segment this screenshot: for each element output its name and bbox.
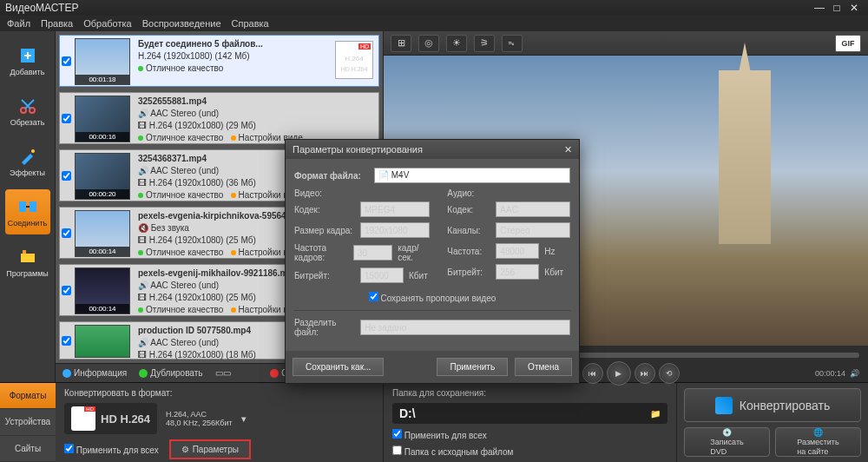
tab-formats[interactable]: Форматы (0, 383, 56, 409)
file-checkbox[interactable] (62, 336, 71, 346)
thumbnail: 00:00:14 (75, 210, 130, 257)
repeat-button[interactable]: ⟲ (659, 363, 680, 384)
file-checkbox[interactable] (62, 286, 71, 295)
conversion-params-dialog: Параметры конвертирования✕ Формат файла:… (285, 139, 580, 384)
file-item[interactable]: 00:01:18 Будет соединено 5 файлов...H.26… (59, 35, 379, 87)
publish-button[interactable]: 🌐Разместить на сайте (775, 427, 861, 457)
browse-icon[interactable]: 📁 (650, 409, 661, 419)
dialog-close-icon[interactable]: ✕ (564, 144, 572, 155)
apply-button[interactable]: Применить (437, 358, 508, 376)
audio-bitrate-select[interactable]: 256 (496, 264, 539, 280)
duplicate-button[interactable]: Дублировать (139, 368, 202, 378)
sidebar-effects[interactable]: Эффекты (5, 139, 50, 184)
snapshot-icon[interactable]: ◎ (418, 35, 439, 52)
menu-edit[interactable]: Правка (41, 18, 73, 29)
svg-rect-7 (23, 250, 26, 254)
play-button[interactable]: ▶ (607, 361, 631, 386)
sidebar-add[interactable]: Добавить (5, 38, 50, 83)
frame-size-select[interactable]: 1920x1080 (360, 222, 430, 238)
convert-label: Конвертировать в формат: (64, 388, 374, 398)
split-select[interactable]: Не задано (360, 320, 570, 335)
maximize-button[interactable]: □ (828, 2, 845, 14)
format-input[interactable]: 📄 M4V (374, 168, 570, 183)
video-codec-select[interactable]: MPEG4 (360, 201, 430, 217)
frequency-select[interactable]: 48000 (496, 243, 539, 259)
thumbnail: 00:01:18 (75, 38, 130, 85)
apply-all-checkbox[interactable]: Применить для всех (64, 444, 159, 455)
menubar: Файл Правка Обработка Воспроизведение Сп… (0, 16, 868, 31)
thumbnail: 00:00:14 (75, 267, 130, 314)
format-selector[interactable]: HD HD H.264 (64, 403, 157, 434)
burn-dvd-button[interactable]: 💿Записать DVD (684, 427, 770, 457)
thumbnail: 00:00:20 (75, 153, 130, 200)
menu-process[interactable]: Обработка (83, 18, 131, 29)
svg-rect-5 (30, 201, 36, 212)
menu-file[interactable]: Файл (7, 18, 30, 29)
fps-select[interactable]: 30 (353, 245, 392, 261)
convert-icon (715, 397, 733, 414)
minimize-button[interactable]: — (811, 2, 828, 14)
globe-icon: 🌐 (813, 428, 823, 438)
file-checkbox[interactable] (62, 171, 71, 181)
same-folder[interactable]: Папка с исходным файлом (392, 446, 667, 457)
gif-button[interactable]: GIF (835, 35, 861, 52)
dialog-title: Параметры конвертирования (293, 144, 423, 155)
sidebar-join[interactable]: Соединить (5, 189, 50, 234)
dropdown-icon[interactable]: ▾ (241, 413, 247, 425)
video-bitrate-select[interactable]: 15000 (360, 267, 404, 283)
save-as-button[interactable]: Сохранить как... (293, 358, 384, 376)
keep-aspect-checkbox[interactable]: Сохранять пропорции видео (369, 294, 496, 303)
prev-button[interactable]: ⏮ (582, 363, 603, 384)
svg-point-3 (31, 149, 35, 153)
sidebar: Добавить Обрезать Эффекты Соединить Прог… (0, 31, 56, 382)
close-button[interactable]: ✕ (845, 2, 863, 14)
svg-rect-6 (21, 254, 35, 262)
sidebar-programs[interactable]: Программы (5, 240, 50, 285)
format-badge: HDH.264HD H.264 (335, 41, 373, 79)
menu-playback[interactable]: Воспроизведение (142, 18, 221, 29)
dvd-icon: 💿 (722, 428, 732, 438)
toggle-switches[interactable]: ▭▭ (215, 368, 231, 378)
titlebar: ВидеоМАСТЕР — □ ✕ (0, 0, 868, 16)
time-total: 00:00:14 (815, 369, 845, 378)
thumbnail (75, 325, 130, 358)
file-checkbox[interactable] (62, 114, 71, 123)
output-path: D:\ (399, 406, 645, 420)
volume-icon[interactable]: 🔊 (850, 369, 859, 378)
preview-toolbar: ⊞ ◎ ☀ ⚞ ᯓ GIF (384, 31, 868, 56)
tab-devices[interactable]: Устройства (0, 409, 56, 435)
file-checkbox[interactable] (62, 56, 71, 66)
tab-sites[interactable]: Сайты (0, 436, 56, 462)
output-label: Папка для сохранения: (392, 388, 667, 398)
parameters-button[interactable]: ⚙Параметры (169, 439, 251, 459)
thumbnail: 00:00:16 (75, 96, 130, 142)
svg-rect-4 (19, 201, 26, 212)
channels-select[interactable]: Стерео (496, 222, 570, 238)
file-item[interactable]: 00:00:16 3252655881.mp4🔊 AAC Stereo (und… (59, 92, 379, 144)
brightness-icon[interactable]: ☀ (446, 35, 467, 52)
gear-icon: ⚙ (181, 445, 189, 454)
enhance-icon[interactable]: ⚞ (474, 35, 495, 52)
next-button[interactable]: ⏭ (635, 363, 655, 384)
speed-icon[interactable]: ᯓ (502, 35, 523, 52)
menu-help[interactable]: Справка (232, 18, 269, 29)
app-title: ВидеоМАСТЕР (5, 2, 78, 14)
file-checkbox[interactable] (62, 228, 71, 238)
convert-button[interactable]: Конвертировать (684, 388, 861, 422)
info-button[interactable]: Информация (62, 368, 127, 378)
sidebar-trim[interactable]: Обрезать (5, 89, 50, 134)
apply-all-output[interactable]: Применить для всех (392, 429, 667, 440)
cancel-button[interactable]: Отмена (515, 358, 572, 376)
audio-codec-select[interactable]: AAC (496, 201, 570, 217)
crop-icon[interactable]: ⊞ (391, 35, 411, 52)
